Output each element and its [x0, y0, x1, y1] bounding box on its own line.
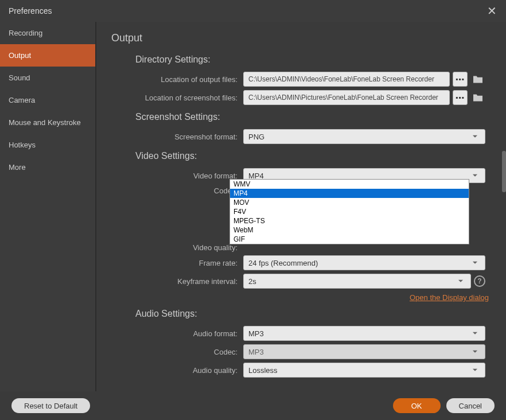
content-panel: Output Directory Settings: Location of o…: [96, 22, 506, 391]
close-icon[interactable]: ✕: [486, 4, 497, 18]
sidebar-item-recording[interactable]: Recording: [0, 22, 95, 44]
sidebar-item-label: Recording: [9, 29, 42, 37]
audio-quality-select[interactable]: Lossless: [243, 363, 485, 378]
row-screenshot-path: Location of screenshot files: C:\Users\A…: [111, 90, 506, 105]
screenshot-format-label: Screenshot format:: [111, 133, 243, 141]
sidebar-item-hotkeys[interactable]: Hotkeys: [0, 134, 95, 156]
row-screenshot-format: Screenshot format: PNG: [111, 129, 506, 144]
titlebar: Preferences ✕: [0, 0, 506, 22]
audio-quality-label: Audio quality:: [111, 366, 243, 375]
audio-format-value: MP3: [248, 329, 264, 338]
sidebar: Recording Output Sound Camera Mouse and …: [0, 22, 96, 391]
window-title: Preferences: [9, 6, 52, 15]
frame-rate-select[interactable]: 24 fps (Recommend): [243, 255, 485, 270]
sidebar-item-label: Hotkeys: [9, 141, 36, 149]
chevron-down-icon: [456, 277, 466, 285]
dropdown-item-mov[interactable]: MOV: [230, 198, 469, 207]
audio-codec-select[interactable]: MP3: [243, 344, 485, 359]
sidebar-item-label: More: [9, 163, 26, 172]
sidebar-item-output[interactable]: Output: [0, 44, 95, 67]
dropdown-item-gif[interactable]: GIF: [230, 235, 469, 244]
scrollbar-thumb[interactable]: [502, 151, 506, 192]
browse-screenshot-path-button[interactable]: ▪▪▪: [453, 90, 468, 105]
browse-output-path-button[interactable]: ▪▪▪: [453, 72, 468, 87]
sidebar-item-label: Sound: [9, 73, 30, 82]
open-display-dialog-link[interactable]: Open the Display dialog: [410, 293, 489, 302]
dropdown-item-webm[interactable]: WebM: [230, 225, 469, 235]
sidebar-item-sound[interactable]: Sound: [0, 67, 95, 89]
screenshot-format-value: PNG: [248, 133, 264, 141]
main-area: Recording Output Sound Camera Mouse and …: [0, 22, 506, 391]
chevron-down-icon: [470, 133, 480, 141]
reset-to-default-button[interactable]: Reset to Default: [11, 398, 90, 413]
sidebar-item-mouse-keystroke[interactable]: Mouse and Keystroke: [0, 111, 95, 134]
output-path-input[interactable]: C:\Users\ADMIN\Videos\FoneLab\FoneLab Sc…: [243, 72, 450, 87]
row-audio-format: Audio format: MP3: [111, 326, 506, 341]
open-screenshot-folder-button[interactable]: [470, 90, 485, 105]
screenshot-path-label: Location of screenshot files:: [111, 94, 243, 102]
section-audio-title: Audio Settings:: [135, 309, 506, 319]
page-title: Output: [111, 32, 506, 44]
chevron-down-icon: [470, 329, 480, 337]
row-audio-codec: Codec: MP3: [111, 344, 506, 359]
footer: Reset to Default OK Cancel: [0, 391, 506, 420]
sidebar-item-label: Camera: [9, 96, 35, 104]
cancel-button[interactable]: Cancel: [446, 398, 495, 413]
audio-codec-label: Codec:: [111, 348, 243, 356]
row-audio-quality: Audio quality: Lossless: [111, 363, 506, 378]
section-video-title: Video Settings:: [135, 151, 506, 161]
audio-quality-value: Lossless: [248, 366, 278, 375]
display-dialog-link-row: Open the Display dialog: [111, 293, 506, 302]
folder-icon: [472, 75, 484, 84]
keyframe-interval-select[interactable]: 2s: [243, 274, 471, 289]
row-video-quality: Video quality:: [111, 243, 506, 252]
video-codec-label: Codec:: [111, 186, 243, 195]
section-directory-title: Directory Settings:: [135, 55, 506, 65]
sidebar-item-more[interactable]: More: [0, 156, 95, 178]
video-quality-label: Video quality:: [111, 243, 243, 252]
audio-format-label: Audio format:: [111, 329, 243, 338]
chevron-down-icon: [470, 172, 480, 180]
folder-icon: [472, 93, 484, 102]
sidebar-item-label: Mouse and Keystroke: [9, 118, 81, 127]
dropdown-item-mp4[interactable]: MP4: [230, 189, 469, 198]
screenshot-path-input[interactable]: C:\Users\ADMIN\Pictures\FoneLab\FoneLab …: [243, 90, 450, 105]
row-keyframe-interval: Keyframe interval: 2s ?: [111, 274, 506, 289]
dropdown-item-f4v[interactable]: F4V: [230, 207, 469, 216]
audio-format-select[interactable]: MP3: [243, 326, 485, 341]
sidebar-item-label: Output: [9, 51, 31, 60]
row-frame-rate: Frame rate: 24 fps (Recommend): [111, 255, 506, 270]
chevron-down-icon: [470, 366, 480, 374]
output-path-label: Location of output files:: [111, 75, 243, 84]
frame-rate-label: Frame rate:: [111, 259, 243, 267]
dropdown-item-mpegts[interactable]: MPEG-TS: [230, 216, 469, 225]
chevron-down-icon: [470, 259, 480, 267]
chevron-down-icon: [470, 348, 480, 356]
section-screenshot-title: Screenshot Settings:: [135, 112, 506, 122]
row-output-path: Location of output files: C:\Users\ADMIN…: [111, 72, 506, 87]
video-format-dropdown[interactable]: WMV MP4 MOV F4V MPEG-TS WebM GIF: [229, 179, 469, 244]
dropdown-item-wmv[interactable]: WMV: [230, 180, 469, 189]
keyframe-interval-value: 2s: [248, 277, 256, 286]
frame-rate-value: 24 fps (Recommend): [248, 259, 318, 267]
video-format-label: Video format:: [111, 172, 243, 180]
keyframe-interval-label: Keyframe interval:: [111, 277, 243, 286]
open-output-folder-button[interactable]: [470, 72, 485, 87]
ok-button[interactable]: OK: [393, 398, 441, 413]
help-icon[interactable]: ?: [474, 275, 485, 287]
screenshot-format-select[interactable]: PNG: [243, 129, 485, 144]
audio-codec-value: MP3: [248, 348, 264, 356]
sidebar-item-camera[interactable]: Camera: [0, 89, 95, 111]
